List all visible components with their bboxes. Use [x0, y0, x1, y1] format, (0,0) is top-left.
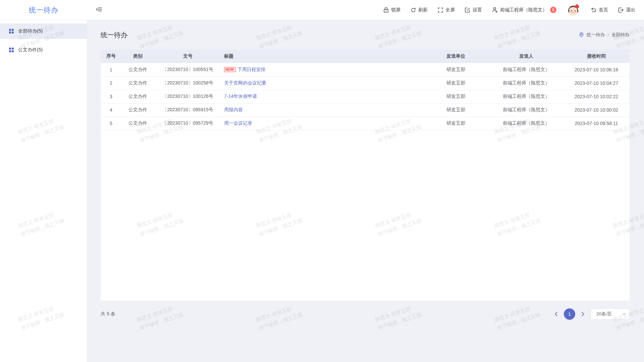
logout-label: 退出	[626, 7, 635, 13]
cell-sender: 前端工程师（陈思文）	[489, 103, 563, 117]
grid-icon	[9, 28, 14, 34]
cell-unit: 研发五部	[422, 103, 489, 117]
settings-button[interactable]: 设置	[465, 7, 482, 13]
user-menu[interactable]: 前端工程师（陈思文） 5	[492, 7, 556, 13]
prev-page-button[interactable]	[553, 310, 559, 318]
table-row: 4 公文办件 〔20230710〕095915号 周报内容 研发五部 前端工程师…	[101, 103, 630, 117]
user-avatar[interactable]	[567, 3, 581, 17]
sidebar-item-official-docs[interactable]: 公文办件(5)	[0, 42, 87, 58]
fullscreen-button[interactable]: 全屏	[438, 7, 455, 13]
sidebar: 全部待办(5) 公文办件(5)	[0, 20, 87, 362]
cell-category: 公文办件	[121, 90, 154, 103]
settings-label: 设置	[473, 7, 482, 13]
page-size-value: 20条/页	[596, 311, 612, 317]
lock-screen-button[interactable]: 锁屏	[383, 7, 400, 13]
cell-seq: 5	[101, 117, 121, 130]
cell-category: 公文办件	[121, 103, 154, 117]
cell-category: 公文办件	[121, 76, 154, 90]
cell-received: 2023-07-10 10:06:16	[563, 63, 630, 76]
cell-title: 周报内容	[221, 103, 422, 117]
cell-title: NEW!下周日程安排	[221, 63, 422, 76]
cell-doc-no: 〔20230710〕095915号	[154, 103, 221, 117]
sidebar-item-label: 公文办件(5)	[18, 47, 43, 53]
col-header-sender: 发送人	[489, 50, 563, 63]
page-title: 统一待办	[101, 31, 127, 40]
breadcrumb-current: 全部待办	[611, 32, 630, 38]
menu-fold-icon	[96, 7, 102, 13]
cell-received: 2023-07-10 10:00:02	[563, 103, 630, 117]
cell-sender: 前端工程师（陈思文）	[489, 76, 563, 90]
breadcrumb-separator: /	[607, 33, 609, 38]
cell-category: 公文办件	[121, 117, 154, 130]
page-number-button[interactable]: 1	[564, 308, 575, 320]
next-page-button[interactable]	[580, 310, 586, 318]
cell-doc-no: 〔20230710〕100551号	[154, 63, 221, 76]
cell-received: 2023-07-10 09:58:11	[563, 117, 630, 130]
user-icon	[492, 7, 498, 13]
col-header-received: 接收时间	[563, 50, 630, 63]
breadcrumb: 统一待办 / 全部待办	[579, 32, 630, 38]
header-actions: 锁屏 刷新 全屏 设置	[383, 3, 644, 17]
todo-table-card: 序号 类别 文号 标题 发送单位 发送人 接收时间 1 公文办件 〔202307…	[101, 50, 630, 301]
new-badge: NEW!	[224, 67, 236, 72]
total-count-label: 共 5 条	[101, 311, 115, 317]
cell-received: 2023-07-10 10:02:22	[563, 90, 630, 103]
user-name-label: 前端工程师（陈思文）	[500, 7, 547, 13]
home-label: 首页	[599, 7, 608, 13]
cell-doc-no: 〔20230710〕100258号	[154, 76, 221, 90]
refresh-button[interactable]: 刷新	[411, 7, 428, 13]
cell-doc-no: 〔20230710〕095729号	[154, 117, 221, 130]
todo-title-link[interactable]: 关于官网的会议纪要	[224, 80, 266, 85]
table-row: 5 公文办件 〔20230710〕095729号 周一会议记录 研发五部 前端工…	[101, 117, 630, 130]
fullscreen-label: 全屏	[445, 7, 455, 13]
location-pin-icon	[579, 32, 584, 38]
undo-home-icon	[591, 7, 596, 12]
chevron-down-icon	[622, 313, 626, 315]
breadcrumb-root[interactable]: 统一待办	[587, 32, 605, 38]
home-button[interactable]: 首页	[591, 7, 608, 13]
lock-screen-label: 锁屏	[391, 7, 400, 13]
cell-seq: 3	[101, 90, 121, 103]
todo-title-link[interactable]: 7-14年休假申请	[224, 94, 257, 99]
main-content: 统一待办 统一待办 / 全部待办 序号 类别 文号 标题	[87, 20, 644, 362]
app-logo: 统一待办	[0, 5, 87, 15]
cell-unit: 研发五部	[422, 90, 489, 103]
cell-sender: 前端工程师（陈思文）	[489, 117, 563, 130]
col-header-seq: 序号	[101, 50, 121, 63]
page-size-select[interactable]: 20条/页	[591, 308, 630, 320]
cell-unit: 研发五部	[422, 63, 489, 76]
logout-button[interactable]: 退出	[618, 7, 635, 13]
top-header: 统一待办 锁屏 刷新	[0, 0, 644, 20]
notification-badge[interactable]: 5	[550, 7, 556, 13]
fullscreen-icon	[438, 7, 443, 13]
col-header-category: 类别	[121, 50, 154, 63]
cell-seq: 2	[101, 76, 121, 90]
cell-title: 7-14年休假申请	[221, 90, 422, 103]
cell-sender: 前端工程师（陈思文）	[489, 63, 563, 76]
col-header-title: 标题	[221, 50, 422, 63]
table-body: 1 公文办件 〔20230710〕100551号 NEW!下周日程安排 研发五部…	[101, 63, 630, 130]
cell-seq: 4	[101, 103, 121, 117]
cell-title: 关于官网的会议纪要	[221, 76, 422, 90]
grid-icon	[9, 47, 14, 53]
cell-seq: 1	[101, 63, 121, 76]
cell-category: 公文办件	[121, 63, 154, 76]
sidebar-collapse-button[interactable]	[96, 7, 102, 13]
refresh-label: 刷新	[418, 7, 428, 13]
cell-sender: 前端工程师（陈思文）	[489, 90, 563, 103]
sidebar-item-all-todos[interactable]: 全部待办(5)	[0, 23, 87, 39]
sidebar-item-label: 全部待办(5)	[18, 28, 43, 34]
todo-table: 序号 类别 文号 标题 发送单位 发送人 接收时间 1 公文办件 〔202307…	[101, 50, 630, 130]
todo-title-link[interactable]: 周报内容	[224, 107, 243, 112]
table-header-row: 序号 类别 文号 标题 发送单位 发送人 接收时间	[101, 50, 630, 63]
settings-icon	[465, 7, 470, 13]
todo-title-link[interactable]: 下周日程安排	[237, 67, 266, 72]
cell-unit: 研发五部	[422, 76, 489, 90]
pager: 1 20条/页	[553, 308, 630, 320]
todo-title-link[interactable]: 周一会议记录	[224, 120, 252, 126]
logout-icon	[618, 7, 624, 13]
col-header-unit: 发送单位	[422, 50, 489, 63]
pagination-bar: 共 5 条 1 20条/页	[101, 301, 630, 327]
lock-icon	[383, 7, 389, 13]
table-row: 1 公文办件 〔20230710〕100551号 NEW!下周日程安排 研发五部…	[101, 63, 630, 76]
